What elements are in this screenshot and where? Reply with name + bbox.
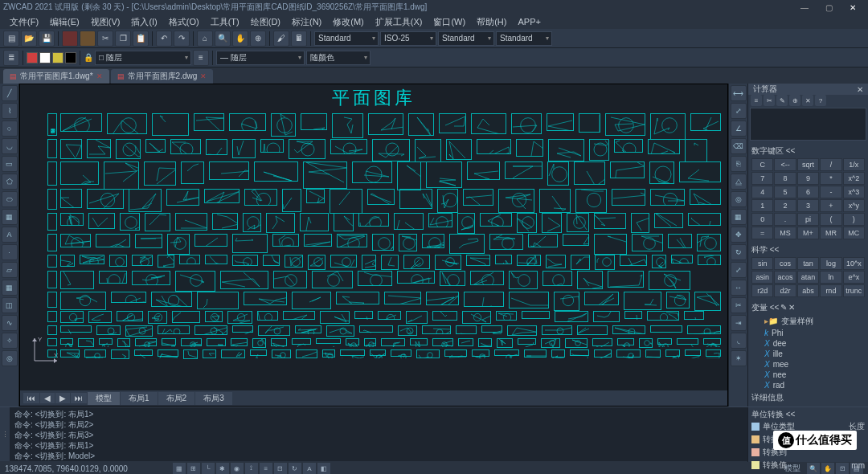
floorplan-block[interactable] xyxy=(649,271,690,290)
floorplan-block[interactable] xyxy=(301,113,327,130)
floorplan-block[interactable] xyxy=(203,349,216,358)
floorplan-block[interactable] xyxy=(204,189,240,203)
floorplan-block[interactable] xyxy=(652,255,666,268)
calc-tool-2[interactable]: ✂ xyxy=(764,95,775,106)
floorplan-block[interactable] xyxy=(577,271,603,289)
sci-key-1-3[interactable]: ln xyxy=(820,271,841,284)
floorplan-block[interactable] xyxy=(494,349,519,356)
floorplan-block[interactable] xyxy=(428,213,452,227)
match-prop-button[interactable]: 🖌 xyxy=(273,31,289,47)
num-key-1-2[interactable]: 9 xyxy=(797,172,819,185)
floorplan-block[interactable] xyxy=(548,139,584,161)
snap-toggle[interactable]: ▦ xyxy=(173,463,186,474)
floorplan-block[interactable] xyxy=(60,292,106,310)
floorplan-block[interactable] xyxy=(135,234,162,248)
construction-tool[interactable]: ✧ xyxy=(2,333,18,349)
floorplan-block[interactable] xyxy=(522,311,550,319)
floorplan-block[interactable] xyxy=(408,113,434,136)
floorplan-block[interactable] xyxy=(496,311,517,321)
floorplan-block[interactable] xyxy=(639,338,653,348)
window-close-button[interactable]: ✕ xyxy=(841,0,865,14)
layout-next-button[interactable]: ▶ xyxy=(55,393,70,403)
floorplan-block[interactable] xyxy=(326,325,354,337)
menu-11[interactable]: 帮助(H) xyxy=(472,16,511,28)
floorplan-block[interactable] xyxy=(614,139,643,153)
floorplan-block[interactable] xyxy=(322,349,335,358)
floorplan-block[interactable] xyxy=(244,189,278,206)
floorplan-block[interactable] xyxy=(372,234,394,251)
color-swatch-yellow[interactable] xyxy=(52,52,63,63)
dim-angular-tool[interactable]: ∠ xyxy=(731,121,747,137)
floorplan-block[interactable] xyxy=(175,271,215,292)
menu-1[interactable]: 编辑(E) xyxy=(45,16,84,28)
num-key-1-0[interactable]: 7 xyxy=(751,172,773,185)
sci-key-0-4[interactable]: 10^x xyxy=(843,257,865,270)
floorplan-block[interactable] xyxy=(654,213,683,228)
variable-row-3[interactable]: Xmee xyxy=(751,359,865,370)
menu-8[interactable]: 修改(M) xyxy=(328,16,369,28)
floorplan-block[interactable] xyxy=(539,189,571,213)
floorplan-block[interactable] xyxy=(194,113,224,131)
polar-toggle[interactable]: ✱ xyxy=(216,463,229,474)
paste-button[interactable]: 📋 xyxy=(133,31,149,47)
floorplan-block[interactable] xyxy=(594,234,627,255)
floorplan-block[interactable] xyxy=(458,338,473,346)
floorplan-block[interactable] xyxy=(542,213,562,233)
floorplan-block[interactable] xyxy=(650,113,686,140)
num-key-5-4[interactable]: MC xyxy=(843,227,865,239)
sci-key-2-1[interactable]: d2r xyxy=(774,284,796,297)
layout-tab-2[interactable]: 布局3 xyxy=(195,392,232,405)
variable-row-1[interactable]: Xdee xyxy=(751,338,865,349)
floorplan-block[interactable] xyxy=(120,213,140,231)
floorplan-block[interactable] xyxy=(87,139,111,158)
floorplan-block[interactable] xyxy=(416,349,439,358)
osnap-toggle[interactable]: ◉ xyxy=(231,463,244,474)
num-key-4-2[interactable]: pi xyxy=(797,213,819,226)
cut-button[interactable]: ✂ xyxy=(97,31,113,47)
document-tab-1[interactable]: ▤常用平面图库2.dwg✕ xyxy=(111,69,214,84)
floorplan-block[interactable] xyxy=(511,113,542,134)
floorplan-block[interactable] xyxy=(243,213,261,232)
calc-tool-3[interactable]: ✎ xyxy=(776,95,788,106)
floorplan-block[interactable] xyxy=(258,325,290,336)
sci-key-1-4[interactable]: e^x xyxy=(843,271,865,284)
floorplan-block[interactable] xyxy=(703,338,721,345)
undo-button[interactable]: ↶ xyxy=(156,31,172,47)
floorplan-block[interactable] xyxy=(384,292,420,304)
stretch-tool[interactable]: ↔ xyxy=(731,280,747,296)
floorplan-block[interactable] xyxy=(457,213,475,234)
menu-0[interactable]: 文件(F) xyxy=(5,16,43,28)
floorplan-block[interactable] xyxy=(547,113,574,131)
num-key-2-2[interactable]: 6 xyxy=(797,186,819,198)
floorplan-block[interactable] xyxy=(354,311,373,319)
new-button[interactable]: ▤ xyxy=(3,31,19,47)
num-key-5-0[interactable]: = xyxy=(751,227,773,239)
calculator-close-button[interactable]: ✕ xyxy=(857,85,863,94)
polyline-tool[interactable]: ⌇ xyxy=(2,103,18,119)
floorplan-block[interactable] xyxy=(478,338,492,347)
floorplan-block[interactable] xyxy=(158,325,190,334)
floorplan-block[interactable] xyxy=(145,139,166,153)
floorplan-block[interactable] xyxy=(232,139,256,158)
color-swatch-red[interactable] xyxy=(27,52,38,63)
floorplan-block[interactable] xyxy=(221,349,245,358)
num-key-3-4[interactable]: x^y xyxy=(843,199,865,212)
floorplan-block[interactable] xyxy=(398,325,417,336)
floorplan-block[interactable] xyxy=(574,161,605,185)
floorplan-block[interactable] xyxy=(462,311,491,324)
floorplan-block[interactable] xyxy=(151,292,192,307)
floorplan-block[interactable] xyxy=(563,234,589,246)
floorplan-block[interactable] xyxy=(116,139,141,159)
arc-tool[interactable]: ◡ xyxy=(2,138,18,154)
line-tool[interactable]: ╱ xyxy=(2,85,18,101)
sci-key-2-3[interactable]: rnd xyxy=(820,284,841,297)
floorplan-block[interactable] xyxy=(60,189,82,208)
explode-tool[interactable]: ✶ xyxy=(731,350,747,366)
quickprop-toggle[interactable]: ◧ xyxy=(317,463,330,474)
floorplan-block[interactable] xyxy=(551,349,565,358)
floorplan-block[interactable] xyxy=(229,113,267,131)
scale-tool[interactable]: ⤢ xyxy=(731,262,747,278)
floorplan-block[interactable] xyxy=(205,255,227,264)
layer-combo[interactable]: □ 随层 xyxy=(95,51,191,65)
floorplan-block[interactable] xyxy=(435,255,461,270)
